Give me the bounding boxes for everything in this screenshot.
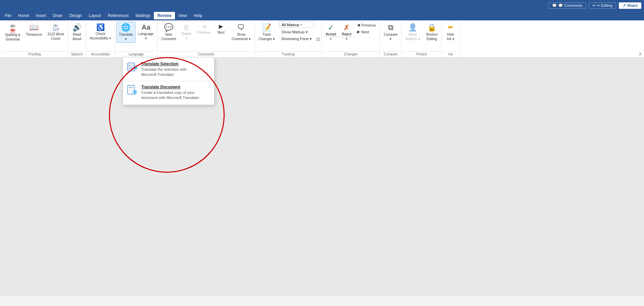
title-bar: 💬 💬 Comments ✏ ✏ Editing ↗ Share: [0, 0, 644, 11]
compare-icon: ⧉: [388, 23, 393, 32]
svg-text:🌐: 🌐: [134, 66, 137, 69]
menu-separator: [123, 81, 214, 81]
menu-design[interactable]: Design: [66, 12, 85, 19]
ribbon-group-compare: ⧉ Compare▾ Compare: [380, 22, 402, 57]
next-label: Next: [218, 30, 225, 35]
translate-button[interactable]: 🌐 Translate▾: [116, 22, 135, 43]
delete-comment-button[interactable]: 🗑 Delete▾: [179, 22, 194, 42]
svg-text:A: A: [129, 64, 131, 67]
menu-review[interactable]: Review: [154, 12, 175, 19]
menu-layout[interactable]: Layout: [85, 12, 104, 19]
translate-document-title: Translate Document: [141, 85, 199, 89]
block-authors-label: BlockAuthors ▾: [405, 32, 420, 41]
show-markup-button[interactable]: Show Markup ▾: [279, 29, 314, 35]
compare-button[interactable]: ⧉ Compare▾: [381, 22, 400, 43]
ink-group-label: Ink: [443, 51, 458, 57]
editing-button[interactable]: ✏ ✏ Editing: [589, 2, 616, 9]
comments-label: 💬 Comments: [558, 3, 582, 8]
spelling-grammar-button[interactable]: abc abc Spelling &Grammar: [3, 22, 23, 43]
accessibility-label: CheckAccessibility ▾: [90, 32, 111, 40]
thesaurus-button[interactable]: 📖 Thesaurus: [23, 22, 44, 38]
check-accessibility-button[interactable]: ♿ CheckAccessibility ▾: [87, 22, 113, 42]
comments-group-label: Comments: [159, 51, 253, 57]
hide-ink-label: HideInk ▾: [447, 32, 454, 41]
word-count-label: 3123 WordCount: [47, 32, 64, 41]
restrict-editing-icon: 🔒: [427, 23, 436, 32]
speech-group-label: Speech: [69, 51, 84, 57]
reject-label: Reject: [342, 32, 351, 36]
translate-dropdown-menu: A abc 🌐 Translate Selection Translate th…: [123, 57, 214, 105]
reviewing-pane-label: Reviewing Pane ▾: [281, 37, 312, 41]
read-aloud-button[interactable]: 🔊 ReadAloud: [69, 22, 84, 43]
track-changes-button[interactable]: 📝 TrackChanges ▾: [256, 22, 277, 43]
accept-icon: ✓: [328, 23, 334, 32]
ribbon-group-protect: 👤 BlockAuthors ▾ 🔒 RestrictEditing Prote…: [402, 22, 441, 57]
ribbon-collapse-icon[interactable]: ∧: [639, 51, 642, 56]
ribbon-group-proofing: abc abc Spelling &Grammar 📖 Thesaurus ab…: [1, 22, 68, 57]
restrict-editing-label: RestrictEditing: [426, 32, 438, 41]
editing-label: ✏ Editing: [597, 3, 613, 8]
word-count-icon: abc 123: [52, 23, 59, 31]
previous-comment-button[interactable]: ◀ Previous: [195, 22, 213, 36]
accept-dropdown-icon: ▾: [330, 37, 332, 40]
translate-document-desc: Create a translated copy of yourdocument…: [141, 90, 199, 101]
show-comments-icon: 🗨: [237, 23, 245, 32]
menu-file[interactable]: File: [1, 12, 15, 19]
thesaurus-icon: 📖: [29, 23, 38, 32]
show-comments-label: ShowComments ▾: [231, 32, 251, 41]
menu-insert[interactable]: Insert: [32, 12, 49, 19]
accept-button[interactable]: ✓ Accept ▾: [323, 22, 339, 41]
language-label: Language▾: [139, 32, 154, 40]
comments-icon: 💬: [552, 3, 557, 8]
block-authors-button[interactable]: 👤 BlockAuthors ▾: [403, 22, 422, 43]
tracking-expand-icon[interactable]: ⊡: [316, 36, 320, 42]
translate-selection-text: Translate Selection Translate the select…: [141, 62, 187, 78]
compare-group-label: Compare: [381, 51, 400, 57]
translate-document-item[interactable]: 🌐 Translate Document Create a translated…: [123, 82, 214, 103]
menu-references[interactable]: References: [104, 12, 132, 19]
menu-mailings[interactable]: Mailings: [132, 12, 154, 19]
ribbon-group-tracking: 📝 TrackChanges ▾ All Markup ▾ Show Marku…: [255, 22, 322, 57]
restrict-editing-button[interactable]: 🔒 RestrictEditing: [424, 22, 440, 43]
reject-icon: ✗: [343, 23, 350, 32]
prev-next-changes: ◀ Previous ▶ Next: [355, 22, 378, 35]
delete-icon: 🗑: [183, 23, 190, 31]
translate-selection-item[interactable]: A abc 🌐 Translate Selection Translate th…: [123, 59, 214, 80]
menu-help[interactable]: Help: [190, 12, 206, 19]
previous-change-button[interactable]: ◀ Previous: [355, 22, 378, 28]
comments-button[interactable]: 💬 💬 Comments: [548, 2, 586, 9]
ribbon-group-ink: ✒ HideInk ▾ Ink ∧: [442, 22, 460, 57]
ribbon-group-changes: ✓ Accept ▾ ✗ Reject ▾ ◀ Previo: [322, 22, 380, 57]
translate-label: Translate▾: [119, 32, 133, 41]
translate-icon: 🌐: [121, 23, 130, 32]
previous-icon: ◀: [202, 23, 206, 30]
menu-bar: File Home Insert Draw Design Layout Refe…: [0, 11, 644, 20]
word-count-button[interactable]: abc 123 3123 WordCount: [45, 22, 66, 42]
menu-view[interactable]: View: [175, 12, 191, 19]
thesaurus-label: Thesaurus: [26, 32, 42, 37]
language-button[interactable]: Aa Language▾: [136, 22, 156, 42]
menu-home[interactable]: Home: [15, 12, 32, 19]
spelling-icon: abc abc: [10, 23, 15, 32]
next-change-button[interactable]: ▶ Next: [355, 29, 378, 35]
track-changes-label: TrackChanges ▾: [259, 32, 275, 41]
track-changes-icon: 📝: [262, 23, 271, 32]
reviewing-pane-button[interactable]: Reviewing Pane ▾: [279, 36, 314, 42]
menu-draw[interactable]: Draw: [49, 12, 66, 19]
document-area: [0, 58, 644, 296]
new-comment-button[interactable]: 💬 NewComment: [159, 22, 178, 43]
ribbon-group-language: 🌐 Translate▾ Aa Language▾ Language: [115, 22, 158, 57]
ribbon: abc abc Spelling &Grammar 📖 Thesaurus ab…: [0, 20, 644, 58]
ribbon-group-comments: 💬 NewComment 🗑 Delete▾ ◀ Previous ▶ Next…: [158, 22, 255, 57]
reject-button[interactable]: ✗ Reject ▾: [339, 22, 354, 41]
all-markup-dropdown[interactable]: All Markup ▾: [279, 22, 314, 28]
changes-group-label: Changes: [323, 51, 378, 57]
ribbon-group-speech: 🔊 ReadAloud Speech: [68, 22, 86, 57]
previous-label: Previous: [197, 30, 210, 35]
next-comment-button[interactable]: ▶ Next: [213, 22, 228, 36]
show-comments-button[interactable]: 🗨 ShowComments ▾: [229, 22, 253, 43]
share-button[interactable]: ↗ Share: [619, 2, 641, 9]
hide-ink-button[interactable]: ✒ HideInk ▾: [443, 22, 458, 43]
next-change-icon: ▶: [357, 30, 360, 34]
translate-document-icon: 🌐: [127, 85, 138, 96]
